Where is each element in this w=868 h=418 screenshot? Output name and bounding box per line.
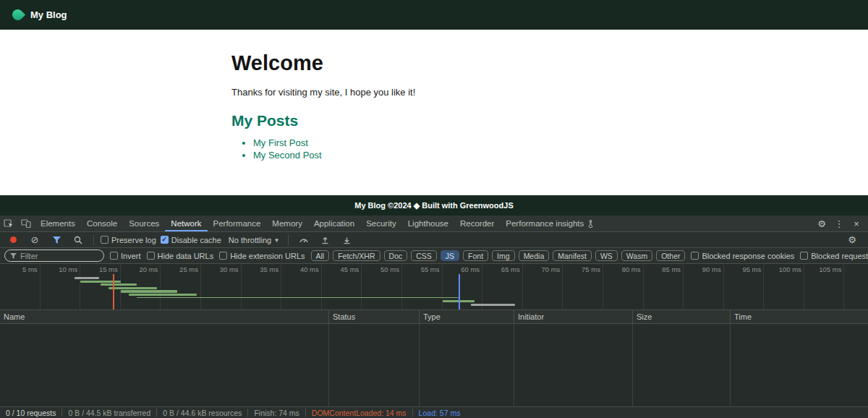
export-har-icon[interactable]: [339, 236, 356, 244]
disable-cache-checkbox[interactable]: ✓ Disable cache: [161, 236, 221, 244]
tab-memory[interactable]: Memory: [266, 216, 308, 231]
preserve-log-checkbox[interactable]: Preserve log: [101, 236, 156, 244]
toolbar-divider: [93, 235, 94, 245]
device-toolbar-icon[interactable]: [17, 216, 35, 231]
tab-recorder[interactable]: Recorder: [454, 216, 500, 231]
chip-other[interactable]: Other: [656, 250, 685, 261]
post-link-second[interactable]: My Second Post: [253, 150, 322, 161]
tick-label: 70 ms: [541, 264, 562, 273]
status-item: Load: 57 ms: [412, 409, 467, 417]
throttling-dropdown[interactable]: No throttling ▾: [226, 236, 281, 244]
network-conditions-icon[interactable]: [295, 236, 312, 244]
chip-ws[interactable]: WS: [595, 250, 618, 261]
tick-label: 20 ms: [140, 264, 161, 273]
site-brand: My Blog: [30, 9, 67, 20]
tick-label: 80 ms: [622, 264, 643, 273]
network-overview[interactable]: 5 ms10 ms15 ms20 ms25 ms30 ms35 ms40 ms4…: [0, 264, 868, 310]
disable-cache-label: Disable cache: [171, 236, 221, 244]
network-toolbar-actions: ⚙: [843, 234, 864, 245]
waterfall-bar: [129, 294, 197, 296]
blocked-requests-label: Blocked requests: [811, 252, 868, 260]
network-settings-icon[interactable]: ⚙: [843, 234, 861, 245]
network-toolbar: ⊘ Preserve log ✓ Disable cache No thrott…: [0, 232, 868, 248]
column-header-size[interactable]: Size: [633, 310, 731, 323]
search-icon[interactable]: [69, 236, 87, 244]
checkbox-box: [691, 252, 699, 260]
tab-console[interactable]: Console: [81, 216, 123, 231]
toolbar-divider: [288, 235, 289, 245]
check-icon: ✓: [161, 236, 167, 243]
devtools-tab-strip: ElementsConsoleSourcesNetworkPerformance…: [35, 216, 600, 231]
waterfall-bar: [75, 277, 98, 279]
filter-icon: [10, 253, 17, 259]
tab-application[interactable]: Application: [308, 216, 360, 231]
table-column-initiator: [514, 324, 633, 406]
chip-doc[interactable]: Doc: [384, 250, 408, 261]
site-footer: My Blog ©2024 ◆ Built with GreenwoodJS: [0, 195, 868, 216]
blocked-requests-checkbox[interactable]: Blocked requests: [800, 252, 868, 260]
hide-data-urls-checkbox[interactable]: Hide data URLs: [147, 252, 214, 260]
tab-elements[interactable]: Elements: [35, 216, 81, 231]
waterfall-bar: [80, 281, 121, 283]
waterfall-bar: [101, 283, 137, 286]
post-link-first[interactable]: My First Post: [253, 137, 308, 148]
throttling-value: No throttling: [229, 236, 271, 244]
settings-icon[interactable]: ⚙: [813, 218, 830, 229]
checkbox-box: [101, 236, 109, 244]
chip-wasm[interactable]: Wasm: [621, 250, 652, 261]
status-item: DOMContentLoaded: 14 ms: [305, 409, 412, 417]
waterfall-bar: [137, 297, 459, 299]
hide-data-urls-label: Hide data URLs: [158, 252, 214, 260]
column-header-status[interactable]: Status: [329, 310, 420, 323]
site-logo-icon: [10, 7, 25, 22]
filter-toggle-icon[interactable]: [48, 236, 65, 244]
devtools-tabbar-actions: ⚙ ⋮ ×: [813, 216, 868, 231]
network-filter-bar: Invert Hide data URLs Hide extension URL…: [0, 248, 868, 264]
column-header-type[interactable]: Type: [420, 310, 514, 323]
load-event-line: [459, 274, 460, 310]
column-header-name[interactable]: Name: [0, 310, 329, 323]
import-har-icon[interactable]: [317, 236, 334, 244]
hide-extension-urls-checkbox[interactable]: Hide extension URLs: [219, 252, 305, 260]
chip-all[interactable]: All: [311, 250, 330, 261]
tick-label: 5 ms: [22, 264, 40, 273]
blocked-cookies-label: Blocked response cookies: [702, 252, 794, 260]
chip-js[interactable]: JS: [441, 250, 459, 261]
filter-input[interactable]: [20, 252, 98, 260]
hide-extension-urls-label: Hide extension URLs: [230, 252, 305, 260]
tab-performance-insights[interactable]: Performance insights: [500, 216, 600, 231]
blocked-cookies-checkbox[interactable]: Blocked response cookies: [691, 252, 794, 260]
chip-img[interactable]: Img: [492, 250, 515, 261]
posts-list: My First Post My Second Post: [231, 137, 868, 161]
filter-input-wrap: [4, 249, 104, 262]
table-column-time: [731, 324, 868, 406]
tick-label: 100 ms: [779, 264, 804, 273]
close-devtools-icon[interactable]: ×: [848, 218, 865, 229]
more-options-icon[interactable]: ⋮: [830, 218, 848, 229]
waterfall-bar: [471, 304, 515, 306]
column-header-time[interactable]: Time: [731, 310, 868, 323]
column-header-initiator[interactable]: Initiator: [514, 310, 633, 323]
record-icon[interactable]: [4, 236, 22, 243]
tab-sources[interactable]: Sources: [123, 216, 165, 231]
tab-performance[interactable]: Performance: [208, 216, 267, 231]
flask-icon: [587, 220, 594, 228]
table-column-name: [0, 324, 329, 406]
tab-security[interactable]: Security: [360, 216, 402, 231]
posts-heading: My Posts: [231, 112, 868, 129]
tick-label: 95 ms: [742, 264, 763, 273]
waterfall-bar: [109, 287, 157, 289]
tick-label: 90 ms: [702, 264, 723, 273]
invert-label: Invert: [121, 252, 141, 260]
chip-css[interactable]: CSS: [411, 250, 437, 261]
chip-font[interactable]: Font: [463, 250, 488, 261]
tick-label: 65 ms: [501, 264, 522, 273]
chip-media[interactable]: Media: [519, 250, 550, 261]
invert-checkbox[interactable]: Invert: [110, 252, 141, 260]
clear-icon[interactable]: ⊘: [26, 234, 43, 245]
inspect-icon[interactable]: [0, 216, 17, 231]
tab-lighthouse[interactable]: Lighthouse: [402, 216, 454, 231]
tab-network[interactable]: Network: [165, 216, 207, 231]
chip-fetch-xhr[interactable]: Fetch/XHR: [333, 250, 380, 261]
chip-manifest[interactable]: Manifest: [553, 250, 592, 261]
